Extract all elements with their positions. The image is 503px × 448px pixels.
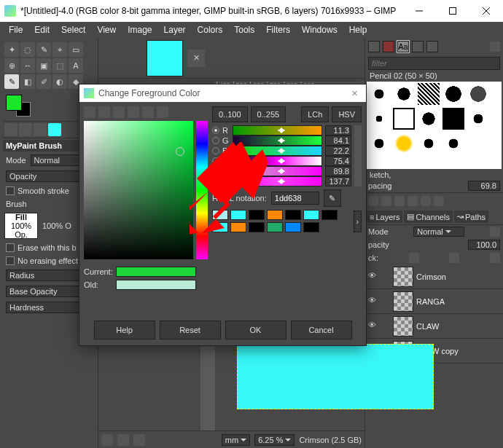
picker-mode-icon[interactable] xyxy=(142,106,154,118)
spin-up[interactable] xyxy=(354,146,362,151)
tool-btn[interactable]: ▭ xyxy=(69,42,83,57)
zoom-select[interactable]: 6.25 % xyxy=(254,434,295,446)
history-swatch[interactable] xyxy=(267,210,283,220)
tool-btn-selected[interactable]: ✎ xyxy=(4,74,19,89)
dock-tab-channels[interactable]: ▤ Channels xyxy=(404,211,452,223)
canvas[interactable] xyxy=(237,344,434,409)
picker-mode-icon[interactable] xyxy=(128,106,139,118)
tool-btn[interactable]: ◧ xyxy=(20,74,35,89)
menu-filters[interactable]: Filters xyxy=(260,23,296,37)
color-field[interactable] xyxy=(84,121,193,259)
dock-tab[interactable] xyxy=(426,41,438,52)
menu-windows[interactable]: Windows xyxy=(296,23,343,37)
eye-icon[interactable]: 👁 xyxy=(368,271,380,283)
spacing-value[interactable]: 69.8 xyxy=(468,181,500,191)
dialog-titlebar[interactable]: Change Foreground Color ✕ xyxy=(79,85,366,102)
channel-value[interactable]: 137.7 xyxy=(325,176,351,186)
spin-down[interactable] xyxy=(354,151,362,156)
spin-down[interactable] xyxy=(354,141,362,146)
brush-action-icon[interactable] xyxy=(394,196,405,206)
picker-mode-icon[interactable] xyxy=(98,106,110,118)
spin-up[interactable] xyxy=(354,156,362,161)
mode-switch-icon[interactable] xyxy=(490,227,500,237)
spin-up[interactable] xyxy=(354,166,362,171)
tool-btn[interactable]: ✐ xyxy=(36,74,51,89)
history-swatch[interactable] xyxy=(303,222,319,232)
layer-row[interactable]: 👁RANGA xyxy=(365,289,503,314)
spin-up[interactable] xyxy=(354,135,362,141)
channel-radio[interactable] xyxy=(212,127,219,134)
history-swatch[interactable] xyxy=(321,210,338,220)
brush-action-icon[interactable] xyxy=(421,196,431,206)
menu-select[interactable]: Select xyxy=(55,23,91,37)
dialog-close-button[interactable]: ✕ xyxy=(347,89,362,98)
lch-button[interactable]: LCh xyxy=(301,106,329,122)
history-swatch[interactable] xyxy=(230,222,246,232)
menu-edit[interactable]: Edit xyxy=(28,23,55,37)
history-swatch[interactable] xyxy=(267,222,283,232)
eye-icon[interactable]: 👁 xyxy=(368,321,380,332)
channel-radio[interactable] xyxy=(212,157,219,165)
channel-slider[interactable] xyxy=(233,176,322,186)
dock-tab[interactable] xyxy=(4,123,17,136)
tool-btn[interactable]: ◐ xyxy=(52,74,67,89)
spin-down[interactable] xyxy=(354,181,362,186)
channel-radio[interactable] xyxy=(212,137,219,144)
channel-value[interactable]: 89.8 xyxy=(325,166,351,176)
dock-tab[interactable] xyxy=(48,123,61,136)
spin-down[interactable] xyxy=(354,161,362,166)
fg-bg-color[interactable] xyxy=(6,95,35,117)
filter-input[interactable] xyxy=(368,57,500,70)
spin-down[interactable] xyxy=(354,130,362,135)
menu-layer[interactable]: Layer xyxy=(158,23,192,37)
channel-value[interactable]: 84.1 xyxy=(325,135,351,146)
tool-btn[interactable]: ⊕ xyxy=(4,58,19,73)
tool-btn[interactable]: ⌖ xyxy=(52,42,67,57)
layer-row[interactable]: 👁CLAW xyxy=(365,314,503,339)
history-swatch[interactable] xyxy=(249,222,265,232)
brush-action-icon[interactable] xyxy=(408,196,418,206)
dock-tab-layers[interactable]: ≡ Layers xyxy=(367,211,402,223)
menu-colors[interactable]: Colors xyxy=(192,23,229,37)
menu-image[interactable]: Image xyxy=(122,23,157,37)
history-swatch[interactable] xyxy=(230,210,246,220)
dock-tab-paths[interactable]: ↝ Paths xyxy=(454,211,488,223)
range-0-100-button[interactable]: 0..100 xyxy=(212,106,248,122)
help-button[interactable]: Help xyxy=(94,321,155,339)
menu-tools[interactable]: Tools xyxy=(228,23,260,37)
add-swatch-button[interactable]: › xyxy=(354,211,362,232)
dock-menu-icon[interactable] xyxy=(490,42,500,52)
history-swatch[interactable] xyxy=(285,210,301,220)
dock-tab[interactable] xyxy=(412,41,424,52)
html-notation-input[interactable]: 1dd638 xyxy=(271,192,319,205)
history-swatch[interactable] xyxy=(303,210,319,220)
layer-mode-select[interactable]: Normal xyxy=(413,227,464,237)
menu-help[interactable]: Help xyxy=(343,23,373,37)
layer-opacity-value[interactable]: 100.0 xyxy=(468,240,500,250)
brush-preview[interactable]: Fill100% Op. xyxy=(4,213,38,239)
old-color-swatch[interactable] xyxy=(116,280,196,290)
unit-select[interactable]: mm xyxy=(222,434,250,446)
lock-paint-icon[interactable] xyxy=(409,253,419,263)
image-tab-close[interactable]: ✕ xyxy=(187,50,205,67)
smooth-stroke-checkbox[interactable] xyxy=(6,186,15,195)
erase-checkbox[interactable] xyxy=(6,243,15,252)
tool-btn[interactable]: ◌ xyxy=(20,42,35,57)
reset-button[interactable]: Reset xyxy=(160,321,221,339)
window-close-button[interactable] xyxy=(469,0,503,22)
dock-tab[interactable] xyxy=(34,123,47,136)
channel-radio[interactable] xyxy=(212,178,219,185)
lock-alpha-icon[interactable] xyxy=(490,253,500,263)
spin-down[interactable] xyxy=(354,171,362,176)
layer-row[interactable]: 👁Crimson xyxy=(365,264,503,289)
ok-button[interactable]: OK xyxy=(225,321,286,339)
status-icon[interactable] xyxy=(133,434,145,446)
window-minimize-button[interactable] xyxy=(402,0,436,22)
tool-btn[interactable]: ↔ xyxy=(20,58,35,73)
channel-radio[interactable] xyxy=(212,147,219,154)
spin-up[interactable] xyxy=(354,176,362,181)
channel-radio[interactable] xyxy=(212,168,219,175)
menu-file[interactable]: File xyxy=(3,23,28,37)
tool-btn[interactable]: A xyxy=(69,58,83,73)
hue-slider[interactable] xyxy=(196,121,208,259)
